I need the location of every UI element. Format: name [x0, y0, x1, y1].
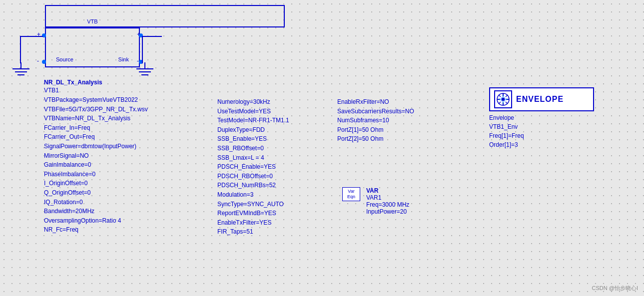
param-item: Modulation=3 [217, 190, 289, 200]
svg-line-16 [506, 95, 508, 97]
param-item: FCarrier_Out=Freq [44, 132, 148, 142]
param-item: PhaseImbalance=0 [44, 170, 148, 179]
param-item: EnableRxFilter=NO [337, 97, 414, 107]
param-item: I_OriginOffset=0 [44, 179, 148, 188]
envelope-block[interactable]: ENVELOPE Envelope VTB1_Env Freq[1]=Freq … [489, 87, 594, 149]
param-item: VTBPackage=SystemVueVTB2022 [44, 95, 148, 105]
var-label-area: VAR VAR1 Freq=3000 MHz InputPower=20 [366, 187, 409, 215]
param-item: VTBName=NR_DL_Tx_Analysis [44, 114, 148, 123]
param-item: NumSubframes=10 [337, 116, 414, 125]
param-item: MirrorSignal=NO [44, 151, 148, 161]
param-item: PortZ[2]=50 Ohm [337, 134, 414, 144]
param-item: ReportEVMIndB=YES [217, 209, 289, 218]
wire-top-left [20, 36, 43, 37]
param-item: IQ_Rotation=0 [44, 198, 148, 207]
var-title: VAR [366, 187, 409, 194]
envelope-title: ENVELOPE [516, 95, 564, 104]
param-item: NR_Fc=Freq [44, 225, 148, 235]
param-item: SSB_Enable=YES [217, 134, 289, 144]
params-col1: VTBPackage=SystemVueVTB2022VTBFile=5G/Tx… [44, 77, 148, 235]
param-item: SSB_Lmax=L = 4 [217, 153, 289, 163]
param-item: SyncType=SYNC_AUTO [217, 200, 289, 209]
param-item: Bandwidth=20MHz [44, 207, 148, 216]
param-item: PDSCH_Enable=YES [217, 162, 289, 172]
watermark: CSDN @怡步晓心I [592, 285, 638, 292]
var-param1: Freq=3000 MHz [366, 201, 409, 208]
var-block[interactable]: VarEqn VAR VAR1 Freq=3000 MHz InputPower… [342, 187, 409, 215]
param-item: VTBFile=5G/Tx/3GPP_NR_DL_Tx.wsv [44, 105, 148, 114]
envelope-param2: Order[1]=3 [489, 140, 594, 149]
envelope-svg-icon [496, 92, 510, 106]
wire-top-right [142, 36, 162, 37]
param-item: EnableTxFilter=YES [217, 218, 289, 228]
param-item: FIR_Taps=51 [217, 227, 289, 237]
ground-right [131, 60, 159, 80]
params-col2: Numerology=30kHzUseTestModel=YESTestMode… [217, 97, 289, 237]
var-icon: VarEqn [342, 187, 360, 201]
envelope-param1: Freq[1]=Freq [489, 131, 594, 140]
param-item: Numerology=30kHz [217, 97, 289, 107]
ground-left [7, 60, 35, 80]
vtb-sink-label: Sink [118, 56, 129, 62]
param-item: GainImbalance=0 [44, 160, 148, 170]
minus-left: - [37, 57, 39, 64]
vtb-block[interactable]: VTB Source Sink [45, 27, 140, 67]
wire-left-vert [20, 36, 21, 63]
var-instance: VAR1 [366, 194, 409, 201]
param-item: PDSCH_NumRBs=52 [217, 181, 289, 190]
params-col3: EnableRxFilter=NOSaveSubcarriersResults=… [337, 97, 414, 144]
vtb-source-label: Source [56, 56, 73, 62]
param-item: PortZ[1]=50 Ohm [337, 125, 414, 135]
top-rectangle [45, 5, 285, 27]
param-item: DuplexType=FDD [217, 125, 289, 135]
var-param2: InputPower=20 [366, 208, 409, 215]
svg-point-19 [503, 95, 504, 97]
envelope-icon-box [494, 90, 512, 108]
param-item: SaveSubcarriersResults=NO [337, 107, 414, 116]
vtb-block-label: VTB [87, 18, 97, 24]
envelope-instance: VTB1_Env [489, 122, 594, 131]
param-item: SSB_RBOffset=0 [217, 144, 289, 153]
envelope-header: ENVELOPE [489, 87, 594, 111]
param-item: FCarrier_In=Freq [44, 123, 148, 133]
svg-line-14 [499, 95, 501, 97]
connector-dot-bl [42, 60, 46, 64]
param-item: PDSCH_RBOffset=0 [217, 172, 289, 181]
param-item: OversamplingOption=Ratio 4 [44, 216, 148, 226]
svg-line-15 [506, 102, 508, 104]
param-item: SignalPower=dbmtow(InputPower) [44, 142, 148, 151]
svg-point-18 [502, 98, 505, 101]
wire-right-vert [142, 36, 143, 63]
envelope-label: Envelope [489, 113, 594, 122]
svg-point-20 [503, 102, 504, 104]
envelope-params: Envelope VTB1_Env Freq[1]=Freq Order[1]=… [489, 113, 594, 149]
svg-point-22 [506, 99, 508, 100]
param-item: UseTestModel=YES [217, 107, 289, 116]
param-item: Q_OriginOffset=0 [44, 188, 148, 198]
svg-point-21 [499, 99, 501, 100]
svg-line-17 [499, 102, 501, 104]
param-item: TestModel=NR-FR1-TM1.1 [217, 116, 289, 125]
